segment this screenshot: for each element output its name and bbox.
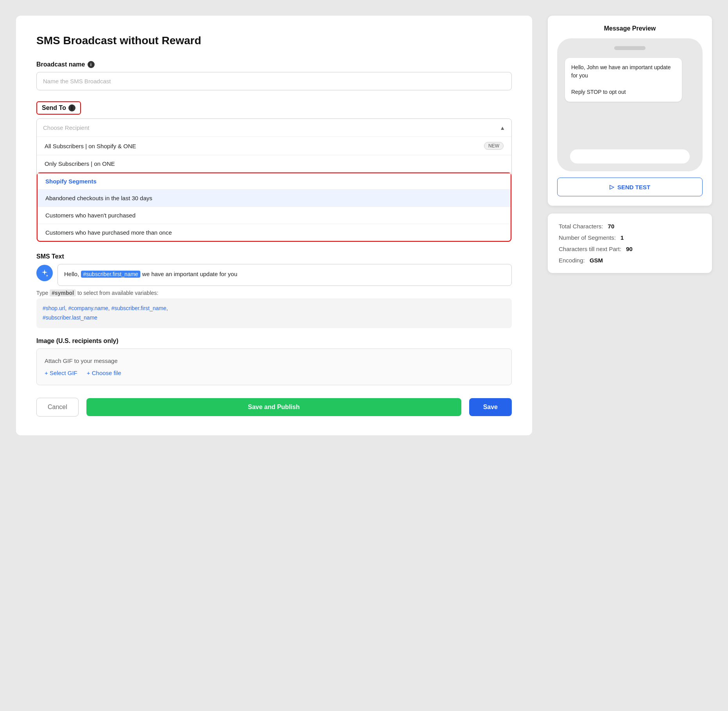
shopify-segments-header: Shopify Segments — [38, 173, 511, 189]
image-btn-row: + Select GIF + Choose file — [45, 370, 504, 376]
ai-icon-button[interactable] — [36, 265, 53, 281]
ai-sparkle-icon — [40, 269, 49, 277]
sms-input-row: Hello, #subscriber.first_name we have an… — [36, 264, 512, 286]
choose-file-button[interactable]: + Choose file — [87, 370, 121, 376]
footer-buttons: Cancel Save and Publish Save — [36, 398, 512, 417]
dropdown-item-all-subscribers[interactable]: All Subscribers | on Shopify & ONE NEW — [37, 137, 511, 155]
stat-num-segments-value: 1 — [620, 234, 624, 241]
phone-messages: Hello, John we have an important update … — [563, 58, 696, 145]
dropdown-placeholder: Choose Recipient — [43, 124, 89, 131]
var-last-name: #subscriber.last_name — [43, 314, 97, 321]
var-shop-url: #shop.url — [43, 305, 65, 311]
image-box: Attach GIF to your message + Select GIF … — [36, 348, 512, 385]
sms-variable-tag: #subscriber.first_name — [81, 271, 141, 278]
stat-total-chars-value: 70 — [608, 223, 615, 230]
left-panel: SMS Broadcast without Reward Broadcast n… — [16, 16, 532, 435]
dropdown-item-only-subscribers[interactable]: Only Subscribers | on ONE — [37, 155, 511, 172]
chevron-up-icon: ▲ — [500, 125, 505, 131]
phone-notch — [614, 46, 646, 50]
right-panel: Message Preview Hello, John we have an i… — [548, 16, 712, 435]
phone-mockup: Hello, John we have an important update … — [557, 38, 703, 171]
broadcast-name-label: Broadcast name i — [36, 61, 512, 68]
send-test-icon: ▷ — [610, 183, 614, 190]
broadcast-name-info-icon[interactable]: i — [88, 61, 95, 68]
sms-text-section: SMS Text Hello, #subscriber.first_name w… — [36, 253, 512, 328]
dropdown-list: All Subscribers | on Shopify & ONE NEW O… — [37, 136, 511, 242]
send-to-label-row: Send To i — [36, 101, 81, 115]
stat-num-segments: Number of Segments: 1 — [559, 234, 701, 241]
var-company-name: #company.name — [68, 305, 108, 311]
new-badge: NEW — [484, 142, 504, 150]
stat-chars-next-value: 90 — [626, 246, 633, 252]
broadcast-name-input[interactable] — [36, 72, 512, 90]
send-to-dropdown[interactable]: Choose Recipient ▲ All Subscribers | on … — [36, 118, 512, 242]
stat-total-chars: Total Characters: 70 — [559, 223, 701, 230]
hint-symbol: #symbol — [50, 289, 76, 296]
segment-item-not-purchased[interactable]: Customers who haven't purchased — [38, 206, 511, 224]
stat-encoding: Encoding: GSM — [559, 257, 701, 264]
stat-chars-next: Characters till next Part: 90 — [559, 246, 701, 252]
send-to-info-icon[interactable]: i — [68, 104, 75, 111]
send-test-button[interactable]: ▷ SEND TEST — [557, 178, 703, 196]
image-section: Image (U.S. recipients only) Attach GIF … — [36, 338, 512, 385]
sms-text-prefix: Hello, — [64, 271, 79, 277]
select-gif-button[interactable]: + Select GIF — [45, 370, 77, 376]
save-button[interactable]: Save — [469, 398, 512, 416]
send-to-label: Send To — [42, 104, 66, 111]
message-input-bar — [570, 149, 690, 163]
dropdown-header[interactable]: Choose Recipient ▲ — [37, 119, 511, 136]
variables-box: #shop.url, #company.name, #subscriber.fi… — [36, 298, 512, 328]
sms-textarea[interactable]: Hello, #subscriber.first_name we have an… — [57, 264, 512, 286]
preview-title: Message Preview — [557, 25, 703, 32]
image-attach-label: Attach GIF to your message — [45, 357, 504, 364]
image-section-label: Image (U.S. recipients only) — [36, 338, 512, 345]
segment-item-abandoned[interactable]: Abandoned checkouts in the last 30 days — [38, 189, 511, 206]
variables-hint: Type #symbol to select from available va… — [36, 290, 512, 296]
cancel-button[interactable]: Cancel — [36, 398, 79, 417]
message-bubble-1: Hello, John we have an important update … — [565, 58, 682, 102]
var-first-name: #subscriber.first_name — [111, 305, 167, 311]
segment-item-purchased-more[interactable]: Customers who have purchased more than o… — [38, 224, 511, 241]
page-title: SMS Broadcast without Reward — [36, 34, 512, 47]
save-publish-button[interactable]: Save and Publish — [86, 398, 461, 416]
stat-encoding-value: GSM — [590, 257, 603, 264]
sms-text-label: SMS Text — [36, 253, 512, 260]
message-preview-card: Message Preview Hello, John we have an i… — [548, 16, 712, 206]
stats-card: Total Characters: 70 Number of Segments:… — [548, 214, 712, 273]
shopify-segments-section: Shopify Segments Abandoned checkouts in … — [37, 172, 511, 242]
